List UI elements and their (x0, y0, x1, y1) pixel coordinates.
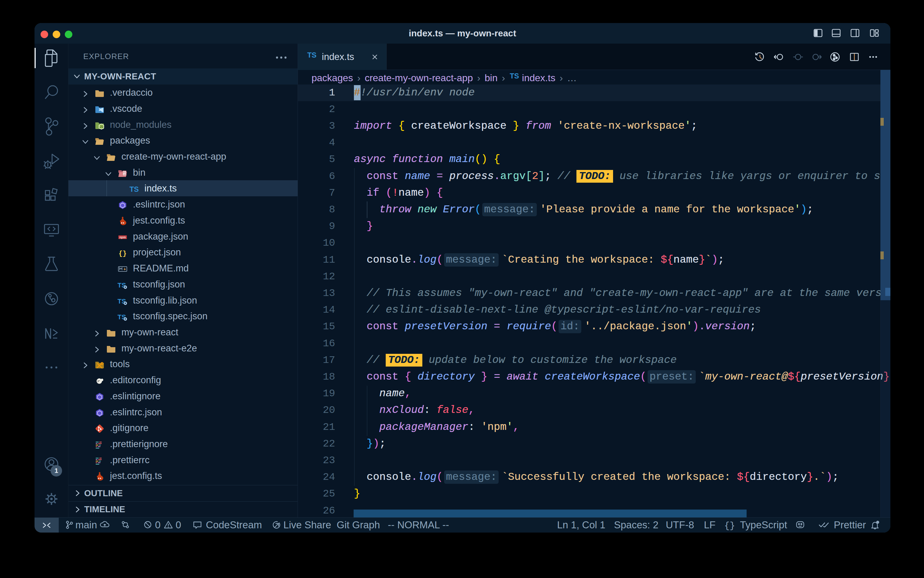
svg-text:npm: npm (119, 235, 126, 239)
svg-text:JS: JS (100, 125, 103, 128)
svg-text:TS: TS (307, 51, 317, 59)
svg-text:TS: TS (510, 72, 519, 80)
svg-text:{}: {} (119, 250, 126, 258)
svg-text:10: 10 (123, 173, 126, 176)
svg-text:TS: TS (129, 185, 139, 193)
